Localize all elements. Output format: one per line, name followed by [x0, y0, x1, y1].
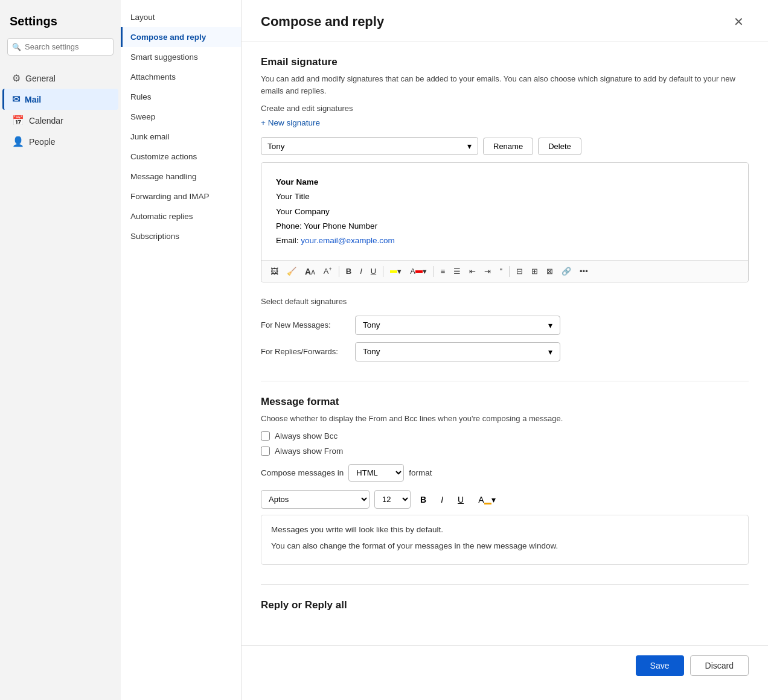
middle-item-automatic-replies[interactable]: Automatic replies [121, 206, 241, 226]
middle-item-layout[interactable]: Layout [121, 7, 241, 27]
bcc-checkbox-row: Always show Bcc [261, 431, 749, 441]
from-label: Always show From [275, 447, 343, 456]
format-select[interactable]: HTML Plain text [348, 464, 404, 482]
middle-item-compose-reply[interactable]: Compose and reply [121, 27, 241, 47]
message-format-title: Message format [261, 396, 749, 408]
sidebar-item-general[interactable]: ⚙ General [2, 68, 118, 89]
reply-section: Reply or Reply all [261, 599, 749, 611]
signature-text-area[interactable]: Your Name Your Title Your Company Phone:… [261, 163, 748, 260]
rename-button[interactable]: Rename [483, 138, 533, 155]
new-messages-chevron-icon: ▾ [548, 320, 552, 330]
sig-email-prefix: Email: [276, 236, 301, 245]
preview-line1: Messages you write will look like this b… [271, 524, 738, 536]
default-signatures-section: Select default signatures For New Messag… [261, 297, 749, 361]
toolbar-italic-btn[interactable]: I [357, 265, 365, 278]
reply-section-title: Reply or Reply all [261, 599, 749, 611]
search-box[interactable]: 🔍 [7, 38, 114, 56]
sig-company-line: Your Company [276, 205, 734, 219]
replies-label: For Replies/Forwards: [261, 347, 345, 356]
middle-item-forwarding-imap[interactable]: Forwarding and IMAP [121, 186, 241, 206]
toolbar-quote-btn[interactable]: " [496, 265, 505, 278]
compose-format-row: Compose messages in HTML Plain text form… [261, 464, 749, 482]
discard-button[interactable]: Discard [690, 655, 749, 676]
preview-line2: You can also change the format of your m… [271, 540, 738, 552]
new-messages-dropdown[interactable]: Tony ▾ [355, 316, 560, 335]
middle-item-smart-suggestions[interactable]: Smart suggestions [121, 47, 241, 67]
font-italic-btn[interactable]: I [436, 492, 448, 508]
sig-phone-line: Phone: Your Phone Number [276, 219, 734, 234]
middle-item-subscriptions[interactable]: Subscriptions [121, 226, 241, 246]
main-content: Compose and reply ✕ Email signature You … [242, 0, 768, 700]
message-format-section: Message format Choose whether to display… [261, 396, 749, 565]
toolbar-underline-btn[interactable]: U [368, 265, 379, 278]
close-button[interactable]: ✕ [729, 12, 749, 31]
sidebar-nav: ⚙ General ✉ Mail 📅 Calendar 👤 People [0, 65, 121, 154]
middle-item-message-handling[interactable]: Message handling [121, 167, 241, 186]
font-size-select[interactable]: 12 10 14 [374, 490, 411, 509]
format-suffix: format [409, 468, 432, 477]
create-signatures-label: Create and edit signatures [261, 104, 749, 113]
sidebar-item-calendar[interactable]: 📅 Calendar [2, 110, 118, 131]
section-divider-1 [261, 381, 749, 381]
message-format-desc: Choose whether to display the From and B… [261, 413, 749, 425]
toolbar-link-btn[interactable]: 🔗 [558, 265, 574, 278]
sidebar-label-people: People [29, 137, 56, 147]
toolbar-font-size-btn[interactable]: AA [302, 265, 318, 278]
replies-dropdown[interactable]: Tony ▾ [355, 342, 560, 361]
preview-box: Messages you write will look like this b… [261, 515, 749, 565]
from-checkbox-row: Always show From [261, 447, 749, 456]
toolbar-more-btn[interactable]: ••• [577, 265, 591, 278]
search-input[interactable] [7, 38, 114, 56]
always-show-bcc-checkbox[interactable] [261, 431, 270, 441]
middle-panel: Layout Compose and reply Smart suggestio… [121, 0, 242, 700]
signature-dropdown[interactable]: Tony ▾ [261, 137, 478, 155]
font-select[interactable]: Aptos Arial Calibri [261, 490, 370, 509]
signature-controls: Tony ▾ Rename Delete [261, 137, 749, 155]
toolbar-align-center-btn[interactable]: ⊟ [513, 265, 526, 278]
font-underline-btn[interactable]: U [453, 492, 469, 508]
font-bold-btn[interactable]: B [415, 492, 431, 508]
sig-name-line: Your Name [276, 175, 734, 189]
new-messages-row: For New Messages: Tony ▾ [261, 316, 749, 335]
toolbar-bold-btn[interactable]: B [343, 265, 354, 278]
toolbar-align-right-btn[interactable]: ⊞ [528, 265, 541, 278]
toolbar-divider-4 [509, 266, 510, 277]
sidebar-item-people[interactable]: 👤 People [2, 131, 118, 152]
toolbar-align-justify-btn[interactable]: ⊠ [543, 265, 556, 278]
middle-item-junk-email[interactable]: Junk email [121, 127, 241, 147]
middle-item-attachments[interactable]: Attachments [121, 67, 241, 87]
save-button[interactable]: Save [636, 655, 684, 676]
middle-item-sweep[interactable]: Sweep [121, 107, 241, 127]
compose-messages-label: Compose messages in [261, 468, 344, 477]
middle-item-rules[interactable]: Rules [121, 87, 241, 107]
replies-row: For Replies/Forwards: Tony ▾ [261, 342, 749, 361]
sidebar-label-calendar: Calendar [29, 116, 63, 126]
new-signature-button[interactable]: + New signature [261, 118, 320, 127]
content-body: Email signature You can add and modify s… [242, 42, 768, 645]
sidebar-label-mail: Mail [25, 95, 41, 104]
toolbar-align-left-btn[interactable]: ≡ [438, 265, 449, 278]
email-signature-desc: You can add and modify signatures that c… [261, 73, 749, 97]
toolbar-highlight-btn[interactable]: ▾ [387, 265, 405, 278]
sig-email-link[interactable]: your.email@example.com [301, 236, 395, 245]
font-color-btn[interactable]: A▾ [473, 492, 501, 508]
toolbar-outdent-btn[interactable]: ⇤ [466, 265, 479, 278]
toolbar-eraser-btn[interactable]: 🧹 [284, 265, 299, 278]
delete-button[interactable]: Delete [538, 138, 581, 155]
people-icon: 👤 [12, 136, 24, 147]
signature-dropdown-value: Tony [267, 142, 285, 151]
sidebar-item-mail[interactable]: ✉ Mail [2, 89, 118, 110]
middle-item-customize-actions[interactable]: Customize actions [121, 147, 241, 167]
toolbar-superscript-btn[interactable]: A+ [321, 264, 335, 278]
toolbar-image-btn[interactable]: 🖼 [267, 265, 281, 278]
toolbar-bullets-btn[interactable]: ☰ [450, 265, 464, 278]
toolbar-font-color-btn[interactable]: A▾ [407, 265, 430, 278]
section-divider-2 [261, 584, 749, 585]
new-messages-label: For New Messages: [261, 320, 345, 329]
toolbar-indent-btn[interactable]: ⇥ [481, 265, 494, 278]
main-title: Compose and reply [261, 14, 384, 30]
app-title: Settings [0, 10, 121, 38]
main-header: Compose and reply ✕ [242, 0, 768, 42]
toolbar-divider-2 [383, 266, 383, 277]
always-show-from-checkbox[interactable] [261, 447, 270, 456]
